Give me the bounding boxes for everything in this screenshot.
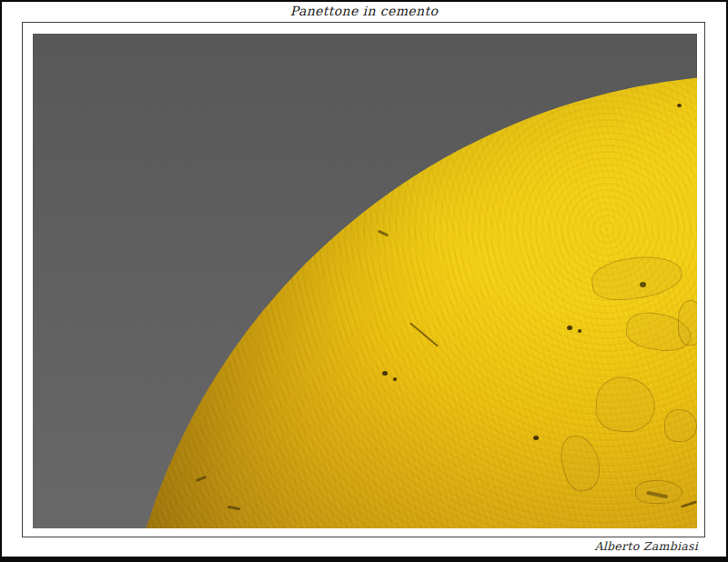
blemish-dot — [382, 371, 388, 376]
blemish-patch — [635, 480, 682, 504]
photo — [33, 34, 697, 528]
yellow-sphere — [117, 75, 697, 528]
framed-photograph: Panettone in cemento Alberto Zambiasi — [0, 0, 728, 562]
blemish-dot — [578, 329, 581, 333]
photographer-signature: Alberto Zambiasi — [594, 539, 698, 553]
blemish-patch — [678, 300, 697, 346]
photo-title: Panettone in cemento — [0, 1, 728, 22]
blemish-dot — [533, 436, 539, 440]
blemish-dot — [393, 377, 397, 381]
blemish-dot — [567, 326, 572, 330]
blemish-patch — [664, 409, 697, 442]
blemish-dot — [677, 104, 682, 107]
